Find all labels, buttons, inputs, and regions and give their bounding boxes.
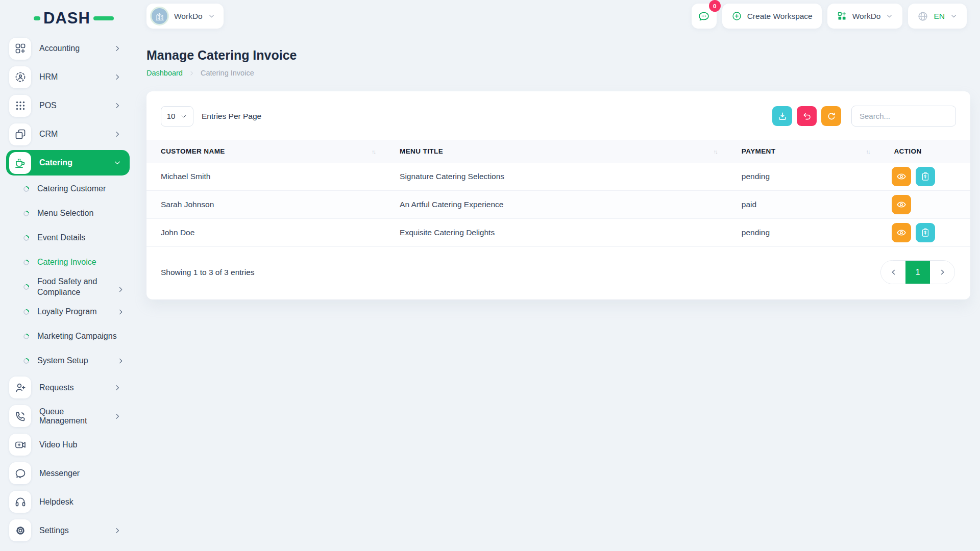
next-page-button[interactable] — [930, 261, 954, 284]
eye-icon — [896, 171, 906, 182]
cell-customer-name: Sarah Johnson — [146, 200, 385, 209]
person-target-icon — [9, 66, 31, 88]
bullet-icon — [22, 332, 30, 340]
sidebar-item-label: Catering — [39, 158, 105, 167]
messages-button[interactable]: 0 — [692, 4, 717, 29]
sidebar-item-crm[interactable]: CRM — [6, 121, 130, 147]
chevron-right-icon — [113, 527, 121, 535]
invoice-payment-button[interactable] — [916, 167, 935, 186]
create-workspace-button[interactable]: Create Workspace — [722, 4, 822, 29]
sidebar-subitem-label: Catering Invoice — [37, 257, 125, 268]
logo-text: DASH — [43, 10, 90, 26]
pagination: 1 — [880, 260, 955, 284]
sidebar-item-label: Queue Management — [39, 407, 105, 425]
chevron-right-icon — [113, 44, 121, 53]
sort-icon[interactable]: ↑↓ — [714, 148, 717, 155]
view-button[interactable] — [892, 195, 911, 214]
view-button[interactable] — [892, 167, 911, 186]
sidebar-item-label: Settings — [39, 526, 105, 535]
overlap-squares-icon — [9, 123, 31, 145]
create-workspace-label: Create Workspace — [747, 12, 813, 21]
entries-per-page-label: Entries Per Page — [202, 112, 261, 121]
building-icon — [154, 11, 165, 22]
sidebar-item-catering-customer[interactable]: Catering Customer — [23, 179, 125, 199]
table-footer: Showing 1 to 3 of 3 entries 1 — [146, 247, 970, 299]
chevron-right-icon — [113, 384, 121, 392]
sidebar-item-queue-management[interactable]: Queue Management — [6, 404, 130, 429]
breadcrumb-current: Catering Invoice — [201, 69, 254, 77]
cell-payment-status: paid — [727, 200, 880, 209]
sidebar-item-food-safety-compliance[interactable]: Food Safety and Compliance — [23, 277, 125, 298]
sidebar-item-event-details[interactable]: Event Details — [23, 228, 125, 248]
chevron-right-icon — [113, 130, 121, 138]
app-switcher-button[interactable]: WorkDo — [827, 4, 903, 29]
bullet-icon — [22, 283, 30, 291]
sidebar-item-requests[interactable]: Requests — [6, 375, 130, 400]
export-button[interactable] — [772, 106, 792, 126]
sidebar-item-catering[interactable]: Catering — [6, 150, 130, 176]
table-row: John Doe Exquisite Catering Delights pen… — [146, 219, 970, 247]
sidebar-item-loyalty-program[interactable]: Loyalty Program — [23, 302, 125, 322]
sidebar-item-label: Requests — [39, 383, 105, 392]
sidebar-item-accounting[interactable]: Accounting — [6, 36, 130, 61]
sidebar-item-settings[interactable]: Settings — [6, 518, 130, 543]
cell-actions — [879, 163, 970, 190]
sidebar-item-system-setup[interactable]: System Setup — [23, 350, 125, 371]
entries-per-page-select[interactable]: 10 — [161, 106, 193, 127]
invoice-table: CUSTOMER NAME ↑↓ MENU TITLE ↑↓ PAYMENT ↑… — [146, 140, 970, 247]
cell-actions — [879, 191, 970, 218]
download-icon — [777, 111, 788, 121]
topbar-right-cluster: 0 Create Workspace WorkDo EN — [692, 4, 967, 29]
chevron-right-icon — [188, 70, 195, 77]
sidebar-item-hrm[interactable]: HRM — [6, 64, 130, 90]
workspace-selector[interactable]: WorkDo — [146, 4, 224, 29]
sidebar-item-pos[interactable]: POS — [6, 93, 130, 118]
sidebar-item-label: Video Hub — [39, 440, 121, 449]
sidebar-item-menu-selection[interactable]: Menu Selection — [23, 203, 125, 224]
chat-dots-icon — [698, 10, 710, 22]
dash-logo[interactable]: DASH — [34, 10, 114, 26]
globe-icon — [917, 11, 928, 22]
coffee-cup-icon — [9, 152, 31, 174]
refresh-button[interactable] — [821, 106, 841, 126]
search-input[interactable] — [851, 106, 956, 127]
eye-icon — [896, 228, 906, 238]
sidebar-item-label: CRM — [39, 130, 105, 139]
language-selector[interactable]: EN — [908, 4, 967, 29]
invoice-payment-button[interactable] — [916, 223, 935, 242]
chevron-down-icon — [208, 12, 215, 20]
apps-grid-icon — [837, 11, 847, 21]
sidebar-subitem-label: Event Details — [37, 233, 125, 243]
current-page[interactable]: 1 — [905, 261, 930, 284]
sidebar-item-marketing-campaigns[interactable]: Marketing Campaigns — [23, 326, 125, 347]
sidebar-item-messenger[interactable]: Messenger — [6, 461, 130, 486]
breadcrumb-dashboard-link[interactable]: Dashboard — [146, 69, 183, 77]
cell-customer-name: Michael Smith — [146, 172, 385, 181]
chevron-right-icon — [113, 412, 121, 420]
table-row: Sarah Johnson An Artful Catering Experie… — [146, 191, 970, 219]
language-label: EN — [934, 12, 945, 21]
chevron-down-icon — [886, 12, 893, 20]
headphones-icon — [9, 491, 31, 513]
entries-per-page-control: 10 Entries Per Page — [161, 106, 261, 127]
bullet-icon — [22, 308, 30, 315]
sort-icon[interactable]: ↑↓ — [372, 148, 375, 155]
undo-arrow-icon — [802, 111, 812, 121]
chevron-right-icon — [939, 268, 946, 276]
previous-page-button[interactable] — [881, 261, 905, 284]
invoice-table-card: 10 Entries Per Page — [146, 91, 970, 299]
refresh-icon — [826, 111, 837, 121]
sidebar-item-catering-invoice[interactable]: Catering Invoice — [23, 252, 125, 273]
chevron-down-icon — [180, 113, 187, 120]
dots-grid-icon — [9, 95, 31, 117]
bullet-icon — [22, 234, 30, 242]
sort-icon[interactable]: ↑↓ — [866, 148, 869, 155]
table-row: Michael Smith Signature Catering Selecti… — [146, 163, 970, 191]
chevron-down-icon — [113, 159, 121, 167]
sidebar-item-helpdesk[interactable]: Helpdesk — [6, 489, 130, 515]
page-title: Manage Catering Invoice — [146, 48, 970, 63]
view-button[interactable] — [892, 223, 911, 242]
reset-button[interactable] — [797, 106, 817, 126]
sidebar-item-video-hub[interactable]: Video Hub — [6, 432, 130, 458]
sidebar-item-label: Accounting — [39, 44, 105, 53]
